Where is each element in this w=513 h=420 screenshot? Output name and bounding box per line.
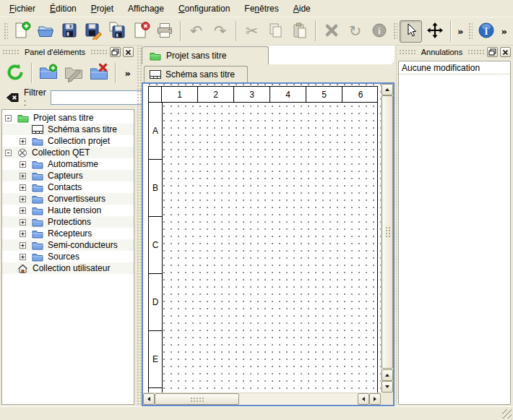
tree-item-haute-tension[interactable]: +Haute tension <box>2 205 134 216</box>
tree-item-projet-sans-titre[interactable]: -Projet sans titre <box>2 112 134 124</box>
expand-icon[interactable]: + <box>20 161 26 168</box>
collapse-icon[interactable]: - <box>5 150 12 156</box>
properties-button[interactable]: i <box>368 20 390 43</box>
menu-fenetres[interactable]: Fenêtres <box>237 0 285 17</box>
toolbar-drag-handle[interactable] <box>392 22 397 40</box>
pan-tool-button[interactable] <box>423 20 446 43</box>
menu-configuration[interactable]: Configuration <box>171 0 237 17</box>
vertical-scrollbar-thumb[interactable] <box>381 95 393 369</box>
filter-row: Filtrer : <box>0 87 136 108</box>
delete-button[interactable] <box>320 20 342 43</box>
titlebar-texture <box>399 49 416 55</box>
expand-icon[interactable]: + <box>20 138 26 145</box>
schema-icon <box>32 125 43 134</box>
copy-icon <box>267 21 285 42</box>
tree-item-contacts[interactable]: +Contacts <box>2 181 134 193</box>
select-tool-button[interactable] <box>400 20 422 43</box>
menu-aide[interactable]: Aide <box>286 0 318 17</box>
about-button[interactable]: i <box>475 20 497 43</box>
tree-item-collection-projet[interactable]: +Collection projet <box>2 135 134 147</box>
close-file-button[interactable] <box>129 20 152 43</box>
tree-item-automatisme[interactable]: +Automatisme <box>2 158 134 170</box>
redo-icon: ↷ <box>214 24 227 39</box>
expand-icon[interactable]: + <box>20 219 26 226</box>
expand-icon[interactable]: + <box>20 242 26 249</box>
cut-button[interactable]: ✂ <box>241 20 263 43</box>
elements-panel: Panel d'éléments » Filtrer : -Projet san… <box>0 46 136 406</box>
scroll-down-button[interactable] <box>381 381 393 393</box>
save-all-button[interactable] <box>105 20 128 43</box>
horizontal-scrollbar-thumb[interactable] <box>155 393 239 405</box>
edit-category-button[interactable] <box>61 61 85 85</box>
expand-icon[interactable]: + <box>20 231 26 237</box>
clear-filter-button[interactable] <box>5 92 20 103</box>
close-panel-button[interactable] <box>123 47 134 57</box>
left-splitter[interactable] <box>136 46 142 406</box>
toolbar-overflow-button[interactable]: » <box>498 26 509 37</box>
project-tab-bar: Projet sans titre <box>142 46 395 64</box>
scroll-left-button[interactable] <box>143 393 155 405</box>
folder-plus-icon <box>38 62 59 85</box>
panel-toolbar-overflow-button[interactable]: » <box>122 68 134 79</box>
tree-item-convertisseurs[interactable]: +Convertisseurs <box>2 193 134 205</box>
tree-item-collection-qet[interactable]: -Collection QET <box>2 147 134 158</box>
menu-projet[interactable]: Projet <box>84 0 121 17</box>
column-header-4: 4 <box>270 87 306 102</box>
scroll-right-button[interactable] <box>369 393 381 405</box>
tree-item-recepteurs[interactable]: +Récepteurs <box>2 228 134 239</box>
tree-item-label: Semi-conducteurs <box>48 240 118 250</box>
print-button[interactable] <box>153 20 176 43</box>
tree-item-protections[interactable]: +Protections <box>2 216 134 228</box>
open-folder-icon <box>36 21 55 42</box>
scroll-up-button-bottom[interactable] <box>381 369 393 381</box>
open-project-button[interactable] <box>34 20 56 43</box>
elements-tree: -Projet sans titreSchéma sans titre+Coll… <box>1 109 134 405</box>
expand-icon[interactable]: + <box>20 184 26 191</box>
tree-item-label: Protections <box>48 217 91 227</box>
tree-item-semi-conducteurs[interactable]: +Semi-conducteurs <box>2 239 134 251</box>
copy-button[interactable] <box>264 20 287 43</box>
reload-collections-button[interactable] <box>3 61 27 85</box>
tree-item-label: Collection utilisateur <box>33 263 110 273</box>
scroll-left-button-right[interactable] <box>358 393 369 405</box>
close-panel-button[interactable] <box>500 47 511 57</box>
float-panel-button[interactable] <box>487 47 498 57</box>
expand-icon[interactable]: + <box>20 254 26 260</box>
rotate-button[interactable]: ↻ <box>344 20 366 43</box>
folder-pencil-icon <box>64 62 84 85</box>
paste-button[interactable] <box>288 20 311 43</box>
diagram-canvas[interactable]: 123456 ABCDE <box>143 84 381 393</box>
tree-item-collection-utilisateur[interactable]: Collection utilisateur <box>2 262 134 274</box>
tree-item-capteurs[interactable]: +Capteurs <box>2 170 134 181</box>
toolbar-drag-handle[interactable] <box>3 22 8 40</box>
tab-project[interactable]: Projet sans titre <box>142 46 269 64</box>
delete-category-button[interactable] <box>87 61 111 85</box>
scroll-up-button[interactable] <box>381 84 393 95</box>
redo-button[interactable]: ↷ <box>209 20 231 43</box>
expand-icon[interactable]: + <box>20 173 26 179</box>
undo-button[interactable]: ↶ <box>185 20 207 43</box>
save-button[interactable] <box>58 20 80 43</box>
expand-icon[interactable]: + <box>20 207 26 214</box>
tree-item-schema-sans-titre[interactable]: Schéma sans titre <box>2 124 134 135</box>
folder-icon <box>32 160 43 169</box>
tab-schema[interactable]: Schéma sans titre <box>144 66 248 82</box>
menu-edition[interactable]: Édition <box>43 0 84 17</box>
new-project-button[interactable] <box>10 20 33 43</box>
save-as-button[interactable] <box>82 20 104 43</box>
folder-icon <box>32 183 43 192</box>
undo-history-item[interactable]: Aucune modification <box>399 61 510 74</box>
float-panel-button[interactable] <box>110 47 121 57</box>
resize-grip[interactable] <box>502 409 512 419</box>
menu-affichage[interactable]: Affichage <box>121 0 171 17</box>
toolbar-overflow-button[interactable]: » <box>454 26 466 37</box>
toolbar-drag-handle[interactable] <box>467 22 473 40</box>
titlebar-texture <box>90 49 108 55</box>
tree-item-sources[interactable]: +Sources <box>2 251 134 262</box>
collapse-icon[interactable]: - <box>5 115 12 121</box>
undo-history-list: Aucune modification <box>398 61 511 405</box>
toolbar-separator <box>180 21 181 41</box>
expand-icon[interactable]: + <box>20 196 26 202</box>
new-category-button[interactable] <box>36 61 60 85</box>
menu-fichier[interactable]: Fichier <box>2 0 43 17</box>
